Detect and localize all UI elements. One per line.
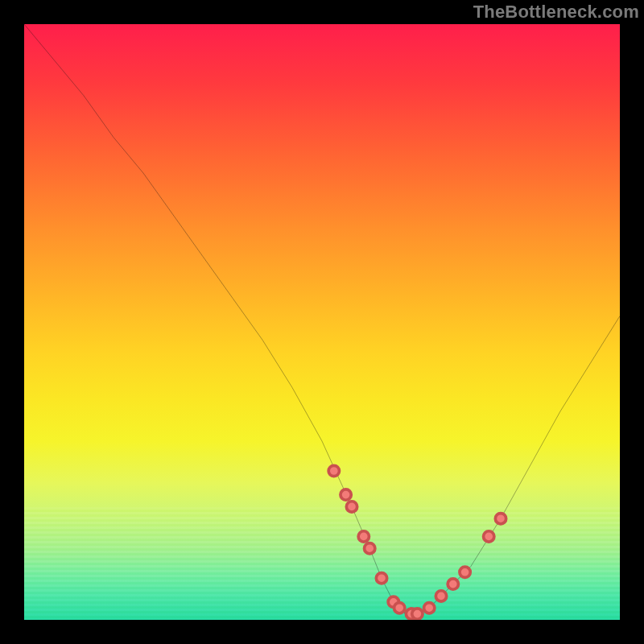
highlight-dot xyxy=(448,579,458,589)
highlight-dot xyxy=(341,489,351,500)
highlight-dot xyxy=(376,573,386,584)
highlight-dot xyxy=(365,543,375,554)
highlight-dots xyxy=(328,465,506,619)
curve-svg xyxy=(24,24,620,620)
highlight-dot xyxy=(484,531,494,542)
chart-stage: TheBottleneck.com xyxy=(0,0,644,644)
highlight-dot xyxy=(328,465,339,476)
watermark-text: TheBottleneck.com xyxy=(473,2,639,23)
highlight-dot xyxy=(346,502,357,512)
highlight-dot xyxy=(424,603,435,613)
highlight-dot xyxy=(495,514,506,524)
plot-area xyxy=(24,24,620,620)
highlight-dot xyxy=(460,567,470,577)
highlight-dot xyxy=(358,531,369,542)
bottleneck-curve xyxy=(24,24,620,614)
highlight-dot xyxy=(394,603,405,613)
highlight-dot xyxy=(412,609,423,619)
highlight-dot xyxy=(436,591,446,601)
